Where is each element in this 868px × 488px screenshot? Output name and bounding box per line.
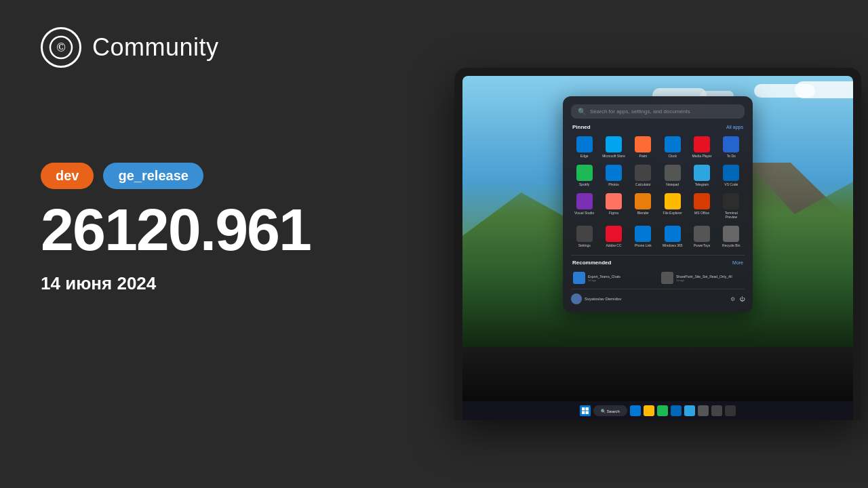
notepad-label: Notepad [666,182,679,186]
taskbar-spotify[interactable] [657,405,668,416]
app-spotify[interactable]: Spotify [571,163,597,188]
edge-icon [576,136,593,152]
app-notepad[interactable]: Notepad [659,163,686,188]
taskbar: 🔍 Search [462,401,853,420]
store-label: Microsoft Store [602,154,625,158]
app-phone[interactable]: Phone Link [630,224,656,249]
explorer-label: File Explorer [663,211,682,215]
calc-icon [635,165,651,181]
user-name: Svyatoslav Demidov [585,297,621,301]
todo-icon [723,136,739,152]
settings-label: Settings [578,243,591,247]
app-msoffice[interactable]: MS Office [688,191,715,221]
telegram-icon [694,165,710,181]
start-search-bar[interactable]: 🔍 Search for apps, settings, and documen… [571,104,745,119]
version-number: 26120.961 [41,200,393,260]
vstudio-label: Visual Studio [574,211,594,215]
badge-release: ge_release [103,163,203,189]
ground [462,347,853,401]
win365-icon [665,226,681,242]
clock-icon [665,136,681,152]
release-date: 14 июня 2024 [41,273,393,294]
start-menu: 🔍 Search for apps, settings, and documen… [563,96,753,312]
recycle-label: Recycle Bin [722,243,740,247]
app-explorer[interactable]: File Explorer [659,191,686,221]
phone-label: Phone Link [635,243,652,247]
power-icon[interactable]: ⏻ [739,296,745,302]
pinned-header: Pinned All apps [571,124,745,130]
svg-rect-5 [586,411,589,415]
app-media[interactable]: Media Player [688,134,715,160]
taskbar-windows-icon[interactable] [580,405,591,416]
app-blender[interactable]: Blender [630,191,656,221]
clock-label: Clock [668,154,677,158]
app-terminal[interactable]: Terminal Preview [718,191,745,221]
media-label: Media Player [692,154,711,158]
left-panel: © Community dev ge_release 26120.961 14 … [0,0,434,488]
store-icon [606,136,622,152]
app-settings[interactable]: Settings [571,224,597,249]
edge-label: Edge [580,154,589,158]
user-avatar [571,293,582,304]
svg-rect-4 [582,411,585,415]
more-link[interactable]: More [732,260,743,265]
app-telegram[interactable]: Telegram [688,163,715,188]
laptop-screen: 🔍 Search for apps, settings, and documen… [462,76,853,420]
right-panel: 🔍 Search for apps, settings, and documen… [434,0,868,488]
app-recycle[interactable]: Recycle Bin [718,224,745,249]
all-apps-link[interactable]: All apps [726,125,743,129]
search-icon: 🔍 [578,108,586,115]
adobe-icon [606,226,622,242]
app-clock[interactable]: Clock [659,134,686,160]
rec-icon-2 [661,272,673,284]
app-adobe[interactable]: Adobe CC [600,224,627,249]
app-todo[interactable]: To Do [718,134,745,160]
logo-area: © Community [41,27,393,68]
recommended-section: Recommended More Export_Teams_Chats 1d a… [571,255,745,286]
taskbar-search[interactable]: 🔍 Search [593,405,627,416]
msoffice-label: MS Office [694,211,709,215]
app-vstudio[interactable]: Visual Studio [571,191,597,221]
settings-footer-icon[interactable]: ⚙ [730,296,735,302]
media-icon [694,136,710,152]
app-win365[interactable]: Windows 365 [659,224,686,249]
taskbar-misc-2[interactable] [711,405,722,416]
msoffice-icon [694,193,710,209]
recycle-icon [723,226,739,242]
taskbar-misc-3[interactable] [725,405,736,416]
app-store[interactable]: Microsoft Store [600,134,627,160]
vscode-label: VS Code [724,182,738,186]
app-photos[interactable]: Photos [600,163,627,188]
laptop-body: 🔍 Search for apps, settings, and documen… [454,68,861,420]
rec-text-1: Export_Teams_Chats 1d ago [588,274,620,282]
app-figma[interactable]: Figma [600,191,627,221]
rec-item-1[interactable]: Export_Teams_Chats 1d ago [571,270,656,286]
recommended-grid: Export_Teams_Chats 1d ago SharePoint_Sit… [571,270,745,286]
taskbar-misc-1[interactable] [698,405,709,416]
app-paint[interactable]: Paint [630,134,656,160]
cloud-4 [795,81,853,98]
app-edge[interactable]: Edge [571,134,597,160]
explorer-icon [665,193,681,209]
spotify-icon [576,165,593,181]
win365-label: Windows 365 [663,243,683,247]
app-calc[interactable]: Calculator [630,163,656,188]
taskbar-vs-code[interactable] [671,405,682,416]
rec-item-2[interactable]: SharePoint_Site_Set_Read_Only_All 1d ago [659,270,745,286]
rec-time-1: 1d ago [588,279,620,282]
user-info[interactable]: Svyatoslav Demidov [571,293,621,304]
taskbar-telegram[interactable] [684,405,695,416]
settings-icon [576,226,593,242]
taskbar-edge[interactable] [630,405,641,416]
taskbar-explorer[interactable] [644,405,654,416]
search-placeholder: Search for apps, settings, and documents [590,108,690,115]
pinned-title: Pinned [572,124,591,130]
recommended-header: Recommended More [571,260,745,266]
rec-text-2: SharePoint_Site_Set_Read_Only_All 1d ago [676,274,732,282]
app-vscode[interactable]: VS Code [718,163,745,188]
figma-icon [606,193,622,209]
desktop-background: 🔍 Search for apps, settings, and documen… [462,76,853,420]
app-powertoys[interactable]: PowerToys [688,224,715,249]
notepad-icon [665,165,681,181]
todo-label: To Do [727,154,736,158]
